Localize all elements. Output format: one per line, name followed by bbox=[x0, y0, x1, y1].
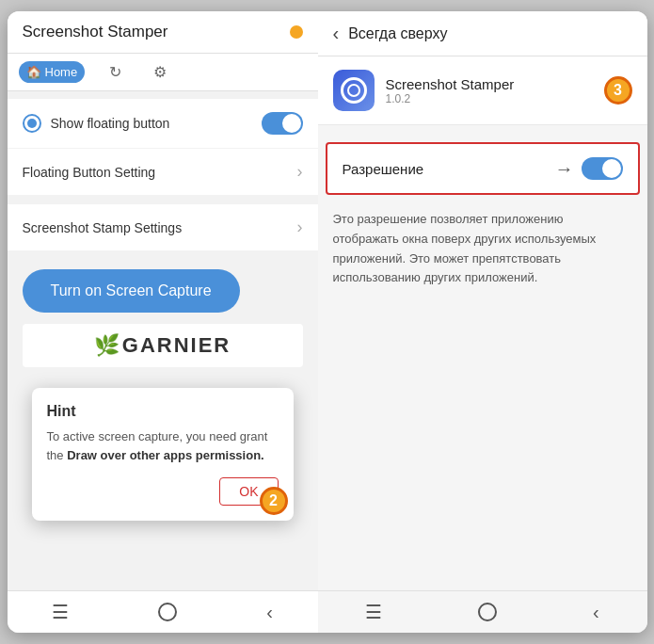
nav-menu-icon[interactable]: ☰ bbox=[52, 601, 69, 623]
right-nav-circle-icon[interactable] bbox=[478, 603, 497, 621]
permission-right: → bbox=[555, 157, 623, 180]
left-header: Screenshot Stamper bbox=[8, 11, 318, 54]
right-nav-back-icon[interactable]: ‹ bbox=[593, 602, 599, 623]
radio-icon bbox=[23, 114, 41, 133]
permission-desc: Это разрешение позволяет приложению отоб… bbox=[318, 195, 647, 303]
home-label: Home bbox=[45, 65, 78, 79]
permission-row[interactable]: Разрешение → bbox=[326, 142, 640, 195]
left-panel: Screenshot Stamper 🏠 Home ↻ ⚙ Show float… bbox=[8, 11, 318, 633]
nav-settings[interactable]: ⚙ bbox=[146, 59, 174, 85]
step-badge-2: 2 bbox=[260, 487, 288, 515]
home-icon: 🏠 bbox=[26, 65, 41, 79]
turn-on-screen-capture-button[interactable]: Turn on Screen Capture bbox=[23, 269, 240, 313]
app-title: Screenshot Stamper bbox=[23, 23, 168, 41]
app-icon-inner bbox=[341, 77, 367, 104]
nav-home[interactable]: 🏠 Home bbox=[19, 61, 86, 83]
hint-dialog: Hint To active screen capture, you need … bbox=[32, 388, 294, 521]
right-bottom-nav: ☰ ‹ bbox=[318, 590, 647, 633]
step-badge-3: 3 bbox=[604, 76, 632, 105]
badge3-wrapper: 3 bbox=[604, 76, 632, 105]
garnier-text: GARNIER bbox=[122, 333, 231, 358]
right-panel: ‹ Всегда сверху Screenshot Stamper 1.0.2… bbox=[318, 11, 647, 633]
nav-circle-icon[interactable] bbox=[158, 603, 177, 621]
screenshot-stamp-settings-row[interactable]: Screenshot Stamp Settings › bbox=[8, 204, 318, 250]
app-info: Screenshot Stamper 1.0.2 bbox=[386, 76, 593, 105]
left-nav: 🏠 Home ↻ ⚙ bbox=[8, 54, 318, 91]
show-floating-label: Show floating button bbox=[23, 114, 170, 133]
arrow-right-icon: → bbox=[555, 158, 574, 180]
chevron-right-icon: › bbox=[297, 162, 303, 182]
gear-icon: ⚙ bbox=[153, 63, 167, 81]
floating-button-setting-row[interactable]: Floating Button Setting › bbox=[8, 149, 318, 195]
permission-label: Разрешение bbox=[343, 161, 424, 177]
hint-body-bold: Draw over other apps permission. bbox=[67, 448, 264, 462]
floating-toggle[interactable] bbox=[262, 112, 303, 135]
right-header: ‹ Всегда сверху bbox=[318, 11, 647, 56]
screenshot-stamp-settings-label: Screenshot Stamp Settings bbox=[23, 220, 183, 235]
left-bottom-nav: ☰ ‹ bbox=[8, 590, 318, 633]
app-icon bbox=[333, 70, 375, 111]
hint-title: Hint bbox=[47, 403, 279, 420]
refresh-icon: ↻ bbox=[109, 63, 121, 81]
permission-row-wrapper: Разрешение → bbox=[318, 135, 647, 195]
back-arrow-button[interactable]: ‹ bbox=[333, 23, 340, 44]
nav-refresh[interactable]: ↻ bbox=[102, 59, 129, 85]
floating-button-setting-label: Floating Button Setting bbox=[23, 165, 156, 180]
left-content: Show floating button Floating Button Set… bbox=[8, 91, 318, 590]
orange-dot bbox=[290, 25, 303, 39]
leaf-icon: 🌿 bbox=[94, 333, 120, 358]
ok-btn-wrapper: OK 2 bbox=[219, 477, 278, 506]
garnier-logo: 🌿 GARNIER bbox=[23, 324, 303, 367]
hint-actions: OK 2 bbox=[47, 477, 279, 506]
nav-back-icon[interactable]: ‹ bbox=[266, 602, 273, 623]
hint-body: To active screen capture, you need grant… bbox=[47, 427, 279, 464]
right-nav-menu-icon[interactable]: ☰ bbox=[365, 601, 382, 623]
right-header-title: Всегда сверху bbox=[348, 25, 447, 42]
chevron-right-icon2: › bbox=[297, 217, 303, 237]
app-name: Screenshot Stamper bbox=[386, 76, 593, 92]
show-floating-row: Show floating button bbox=[8, 99, 318, 148]
permission-toggle[interactable] bbox=[582, 157, 623, 180]
app-version: 1.0.2 bbox=[386, 92, 593, 105]
app-row: Screenshot Stamper 1.0.2 3 bbox=[318, 56, 647, 125]
